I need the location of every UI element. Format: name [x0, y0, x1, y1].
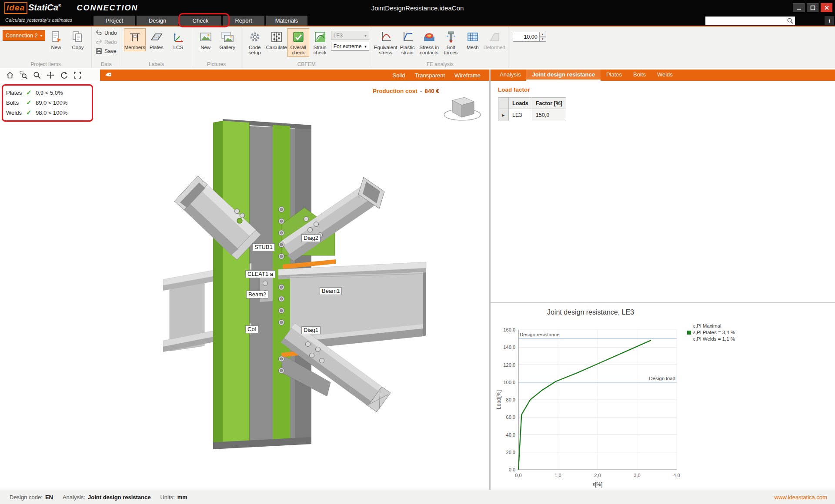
equivalent-stress-icon [379, 30, 393, 44]
labels-members-toggle[interactable]: Members [124, 28, 146, 51]
deformed-button[interactable]: Deformed [484, 28, 505, 51]
member-label-beam2[interactable]: Beam2 [246, 291, 268, 298]
close-icon [824, 5, 829, 10]
results-tab-plates[interactable]: Plates [601, 70, 628, 81]
new-picture-icon [199, 30, 213, 44]
bolt-forces-button[interactable]: Bolt forces [440, 28, 462, 57]
minimize-button[interactable] [793, 3, 805, 12]
legend-item: ε,Pl Maximal [687, 323, 735, 328]
member-label-cleat1a[interactable]: CLEAT1 a [245, 270, 275, 278]
view-mode-wireframe[interactable]: Wireframe [454, 72, 481, 79]
factor-cell[interactable]: 150,0 [532, 109, 566, 121]
redo-icon [96, 39, 102, 45]
connection-selector[interactable]: Connection 2 ▾ [3, 30, 45, 41]
member-label-beam1[interactable]: Beam1 [320, 287, 342, 295]
spin-up-button[interactable]: ▲ [540, 32, 546, 37]
undo-button[interactable]: Undo [94, 29, 118, 36]
close-button[interactable] [821, 3, 832, 12]
plates-label-icon [150, 30, 164, 44]
labels-plates-toggle[interactable]: Plates [146, 28, 167, 51]
calculate-button[interactable]: Calculate [266, 28, 287, 51]
overall-check-button[interactable]: Overall check [287, 28, 309, 57]
tab-check[interactable]: Check [180, 16, 221, 26]
loads-column-header: Loads [509, 98, 532, 109]
svg-text:Design resistance: Design resistance [520, 332, 559, 337]
row-selector-icon[interactable]: ▸ [498, 109, 509, 121]
member-label-diag2[interactable]: Diag2 [301, 234, 321, 242]
results-tab-welds[interactable]: Welds [651, 70, 678, 81]
idea-logo: idea [4, 2, 27, 14]
zoom-fit-button[interactable] [72, 70, 83, 80]
search-icon[interactable] [787, 17, 794, 24]
svg-text:40,0: 40,0 [506, 432, 515, 438]
load-factor-table: Loads Factor [%] ▸ LE3 150,0 [498, 97, 566, 121]
strain-check-button[interactable]: Strain check [309, 28, 331, 57]
check-summary-plates: Plates ✓ 0,9 < 5,0% [6, 89, 67, 96]
mesh-button[interactable]: Mesh [462, 28, 484, 51]
table-row[interactable]: ▸ LE3 150,0 [498, 109, 566, 121]
viewport-3d[interactable]: STUB1 Diag2 CLEAT1 a Beam2 Beam1 Col Dia… [0, 81, 489, 490]
search-input[interactable] [705, 18, 787, 24]
zoom-button[interactable] [31, 70, 43, 80]
check-summary: Plates ✓ 0,9 < 5,0% Bolts ✓ 89,0 < 100% … [6, 89, 67, 116]
extreme-select[interactable]: For extreme ▾ [331, 42, 369, 51]
labels-toggle-button[interactable] [103, 70, 114, 80]
brand-tagline: Calculate yesterday's estimates [5, 17, 72, 23]
svg-text:4,0: 4,0 [673, 473, 680, 478]
app-logo: idea StatiCa® CONNECTION [4, 2, 138, 14]
redo-button[interactable]: Redo [94, 38, 118, 46]
pan-button[interactable] [45, 70, 56, 80]
save-button[interactable]: Save [94, 47, 118, 55]
info-button[interactable]: i [825, 16, 834, 25]
svg-text:0,0: 0,0 [515, 473, 521, 478]
labels-lcs-toggle[interactable]: LCS [167, 28, 189, 51]
navigation-cube[interactable] [444, 97, 481, 120]
svg-text:1,0: 1,0 [554, 473, 561, 478]
plastic-strain-button[interactable]: Plastic strain [397, 28, 418, 57]
check-summary-bolts: Bolts ✓ 89,0 < 100% [6, 99, 67, 106]
chevron-down-icon: ▾ [364, 33, 367, 38]
rotate-view-button[interactable] [58, 70, 70, 80]
deformed-icon [488, 30, 501, 44]
spin-down-button[interactable]: ▼ [540, 37, 546, 42]
results-tab-analysis[interactable]: Analysis [494, 70, 526, 81]
scale-spinner: ▲ ▼ [513, 32, 546, 42]
save-icon [96, 48, 102, 54]
results-tab-bolts[interactable]: Bolts [628, 70, 651, 81]
view-mode-transparent[interactable]: Transparent [414, 72, 445, 79]
tab-materials[interactable]: Materials [266, 16, 307, 26]
equivalent-stress-button[interactable]: Equivalent stress [375, 28, 397, 57]
strain-check-icon [313, 30, 327, 44]
svg-text:3,0: 3,0 [634, 473, 640, 478]
copy-icon [71, 30, 85, 44]
scale-input[interactable] [513, 32, 540, 42]
zoom-window-button[interactable] [18, 70, 29, 80]
tab-design[interactable]: Design [137, 16, 178, 26]
home-view-button[interactable] [4, 70, 16, 80]
chevron-down-icon: ▾ [364, 44, 367, 49]
svg-text:120,0: 120,0 [503, 362, 515, 368]
new-connection-button[interactable]: New [45, 28, 67, 51]
code-setup-button[interactable]: Code setup [244, 28, 266, 57]
view-mode-solid[interactable]: Solid [393, 72, 405, 79]
maximize-button[interactable] [807, 3, 818, 12]
undo-icon [96, 30, 102, 36]
member-label-col[interactable]: Col [245, 325, 258, 333]
member-label-diag1[interactable]: Diag1 [301, 326, 321, 334]
copy-connection-button[interactable]: Copy [67, 28, 89, 51]
website-link[interactable]: www.ideastatica.com [775, 494, 827, 501]
picture-new-button[interactable]: New [195, 28, 217, 51]
load-effect-select[interactable]: LE3 ▾ [331, 31, 369, 40]
member-label-stub1[interactable]: STUB1 [252, 243, 275, 251]
production-cost: Production cost - 840 € [373, 88, 439, 94]
svg-text:0,0: 0,0 [509, 467, 515, 472]
loads-cell[interactable]: LE3 [509, 109, 532, 121]
status-analysis: Analysis: Joint design resistance [63, 494, 151, 501]
stress-in-contacts-button[interactable]: Stress in contacts [418, 28, 440, 57]
tab-report[interactable]: Report [223, 16, 264, 26]
results-tabs: Analysis Joint design resistance Plates … [491, 70, 835, 81]
results-tab-joint-design-resistance[interactable]: Joint design resistance [526, 70, 601, 81]
picture-gallery-button[interactable]: Gallery [217, 28, 238, 51]
tab-project[interactable]: Project [94, 16, 135, 26]
load-factor-heading: Load factor [498, 86, 530, 93]
